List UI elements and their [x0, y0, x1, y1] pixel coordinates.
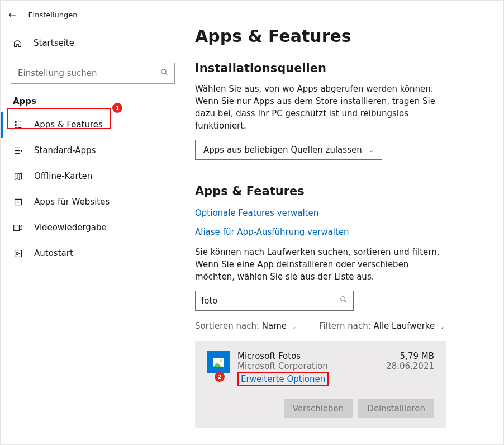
page-title: Apps & Features: [195, 26, 483, 46]
svg-point-19: [341, 297, 345, 301]
filter-value: Alle Laufwerke: [374, 321, 435, 331]
filter-dropdown[interactable]: Filtern nach: Alle Laufwerke ⌄: [319, 321, 445, 331]
app-list-item[interactable]: Microsoft Fotos Microsoft Corporation Er…: [195, 341, 446, 428]
sort-dropdown[interactable]: Sortieren nach: Name ⌄: [195, 321, 297, 331]
apps-search-input[interactable]: foto: [195, 291, 354, 311]
sidebar-item-offline-maps[interactable]: Offline-Karten: [1, 163, 185, 189]
sidebar-item-label: Videowiedergabe: [34, 222, 107, 233]
svg-line-20: [345, 301, 346, 302]
optional-features-link[interactable]: Optionale Features verwalten: [195, 208, 483, 218]
app-icon: [207, 351, 230, 373]
svg-point-4: [15, 124, 16, 125]
svg-rect-18: [15, 250, 21, 257]
move-button[interactable]: Verschieben: [284, 399, 353, 418]
offline-maps-icon: [13, 172, 23, 181]
sources-desc: Wählen Sie aus, von wo Apps abgerufen we…: [195, 83, 446, 132]
sidebar-item-label: Offline-Karten: [34, 171, 92, 181]
video-playback-icon: [13, 224, 23, 232]
main-panel: Apps & Features Installationsquellen Wäh…: [185, 1, 503, 444]
apps-for-websites-icon: [13, 197, 23, 207]
sidebar-home-label: Startseite: [34, 38, 74, 48]
search-placeholder: Einstellung suchen: [18, 68, 97, 78]
sidebar-item-apps-features[interactable]: Apps & Features: [1, 112, 185, 138]
sort-label: Sortieren nach:: [195, 321, 259, 331]
sidebar-item-startup[interactable]: Autostart: [1, 240, 185, 266]
svg-point-6: [15, 127, 16, 128]
advanced-options-link[interactable]: Erweiterte Optionen: [241, 374, 325, 384]
sidebar-item-apps-websites[interactable]: Apps für Websites: [1, 189, 185, 215]
back-button[interactable]: ←: [8, 10, 16, 20]
execution-aliases-link[interactable]: Aliase für App-Ausführung verwalten: [195, 227, 483, 237]
uninstall-button[interactable]: Deinstallieren: [358, 399, 434, 418]
sidebar-section: Apps: [1, 94, 185, 112]
settings-window: ← Einstellungen Startseite Einstellung s…: [0, 0, 504, 445]
apps-list-desc: Sie können nach Laufwerken suchen, sorti…: [195, 246, 446, 283]
sidebar: ← Einstellungen Startseite Einstellung s…: [1, 1, 185, 444]
apps-features-icon: [13, 120, 23, 130]
search-icon: [340, 296, 348, 306]
sidebar-item-label: Apps & Features: [34, 120, 103, 130]
sidebar-item-label: Autostart: [34, 248, 73, 258]
sources-dropdown[interactable]: Apps aus beliebigen Quellen zulassen ⌄: [195, 140, 382, 160]
app-date: 28.06.2021: [386, 361, 434, 371]
chevron-down-icon: ⌄: [292, 323, 297, 330]
apps-list-heading: Apps & Features: [195, 184, 483, 198]
svg-line-1: [165, 73, 167, 75]
sidebar-home[interactable]: Startseite: [1, 31, 185, 55]
chevron-down-icon: ⌄: [369, 146, 374, 154]
sources-heading: Installationsquellen: [195, 61, 483, 75]
filter-label: Filtern nach:: [319, 321, 371, 331]
apps-search-value: foto: [201, 296, 218, 306]
svg-point-0: [161, 69, 166, 73]
svg-rect-17: [14, 225, 20, 230]
sort-value: Name: [262, 321, 287, 331]
search-input[interactable]: Einstellung suchen: [11, 63, 175, 84]
sidebar-item-label: Standard-Apps: [34, 145, 96, 155]
app-publisher: Microsoft Corporation: [237, 361, 378, 371]
app-name: Microsoft Fotos: [237, 351, 378, 361]
default-apps-icon: [13, 146, 23, 155]
svg-point-2: [15, 121, 16, 122]
sidebar-item-default-apps[interactable]: Standard-Apps: [1, 138, 185, 163]
chevron-down-icon: ⌄: [440, 323, 445, 330]
svg-point-11: [21, 150, 22, 151]
startup-icon: [13, 249, 23, 258]
app-size: 5,79 MB: [386, 351, 434, 361]
sources-dropdown-value: Apps aus beliebigen Quellen zulassen: [203, 145, 362, 155]
sidebar-item-label: Apps für Websites: [34, 197, 110, 207]
window-title: Einstellungen: [28, 11, 77, 19]
search-icon: [160, 68, 169, 79]
sidebar-item-video-playback[interactable]: Videowiedergabe: [1, 215, 185, 240]
annotation-2-outline: Erweiterte Optionen: [237, 372, 329, 386]
home-icon: [13, 39, 22, 48]
